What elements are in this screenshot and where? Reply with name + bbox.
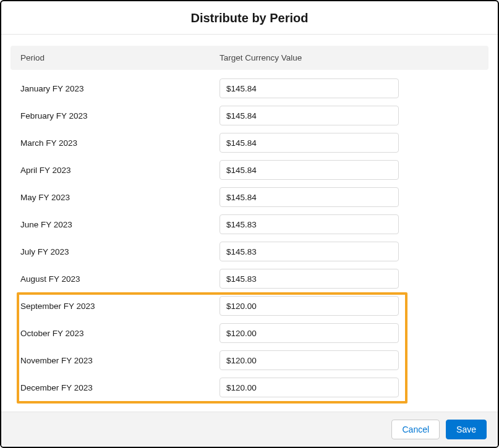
value-input[interactable] [220, 214, 399, 234]
value-input[interactable] [220, 133, 399, 153]
period-label: January FY 2023 [20, 84, 220, 93]
table-header: Period Target Currency Value [11, 46, 488, 70]
table-row: February FY 2023 [11, 102, 488, 129]
value-input[interactable] [220, 160, 399, 180]
table-row: September FY 2023 [11, 292, 488, 319]
table-row: May FY 2023 [11, 184, 488, 211]
value-input[interactable] [220, 350, 399, 370]
table-rows: January FY 2023 February FY 2023 March F… [11, 75, 488, 401]
table-row: October FY 2023 [11, 319, 488, 347]
save-button[interactable]: Save [446, 420, 487, 439]
period-label: June FY 2023 [20, 220, 220, 229]
column-header-value: Target Currency Value [220, 53, 479, 62]
period-label: May FY 2023 [20, 193, 220, 202]
value-input[interactable] [220, 106, 399, 125]
modal-header: Distribute by Period [1, 1, 498, 35]
table-row: March FY 2023 [11, 129, 488, 156]
period-label: April FY 2023 [20, 166, 220, 175]
period-label: August FY 2023 [20, 274, 220, 284]
value-input[interactable] [220, 187, 399, 207]
value-input[interactable] [220, 242, 399, 261]
table-row: August FY 2023 [11, 265, 488, 292]
period-label: March FY 2023 [20, 138, 220, 148]
table-row: June FY 2023 [11, 211, 488, 238]
cancel-button[interactable]: Cancel [391, 420, 440, 439]
modal-body: Period Target Currency Value January FY … [1, 35, 498, 401]
value-input[interactable] [220, 269, 399, 289]
value-input[interactable] [220, 323, 399, 343]
value-input[interactable] [220, 296, 399, 316]
period-label: November FY 2023 [20, 356, 220, 365]
value-input[interactable] [220, 378, 399, 397]
modal-title: Distribute by Period [1, 11, 498, 25]
table-row: November FY 2023 [11, 347, 488, 374]
table-row: December FY 2023 [11, 374, 488, 401]
table-row: April FY 2023 [11, 156, 488, 184]
period-label: February FY 2023 [20, 111, 220, 120]
period-label: July FY 2023 [20, 247, 220, 256]
period-label: October FY 2023 [20, 329, 220, 338]
period-label: September FY 2023 [20, 302, 220, 311]
table-row: July FY 2023 [11, 238, 488, 265]
table-row: January FY 2023 [11, 75, 488, 102]
period-label: December FY 2023 [20, 383, 220, 392]
column-header-period: Period [20, 53, 220, 62]
modal-footer: Cancel Save [1, 412, 498, 447]
value-input[interactable] [220, 78, 399, 98]
